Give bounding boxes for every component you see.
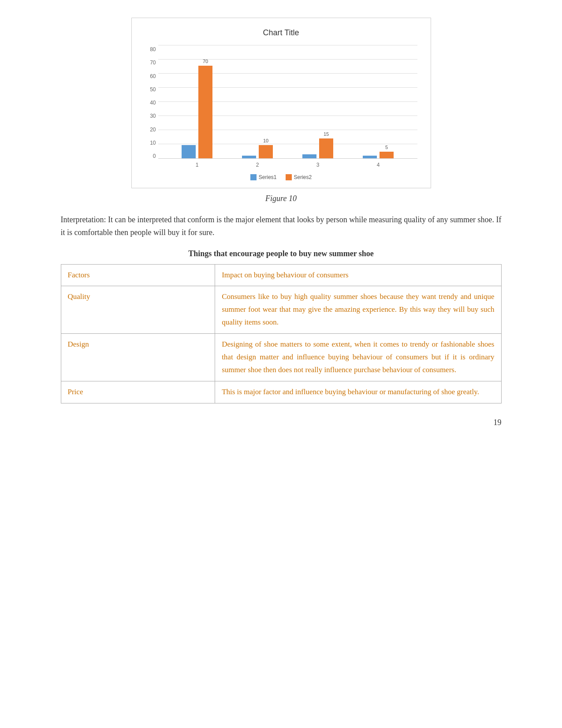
bars-row: 70 10 [158,45,417,158]
figure-caption: Figure 10 [61,193,502,205]
legend-series1-label: Series1 [259,173,277,181]
bar-group-1: 70 [182,66,212,158]
bar-1-series1 [182,145,196,158]
data-table: Factors Impact on buying behaviour of co… [61,264,502,403]
chart-x-axis: 1 2 3 4 [158,159,417,169]
chart-grid: 70 10 [158,45,417,159]
impact-design: Designing of shoe matters to some extent… [215,334,501,381]
bar-4-series2: 5 [380,152,394,158]
header-impact: Impact on buying behaviour of consumers [215,264,501,286]
table-row-quality: Quality Consumers like to buy high quali… [61,286,501,334]
legend-series1-box [250,174,257,180]
bar-4-series1 [363,156,377,158]
bar-2-series1 [242,156,256,158]
bar-1-series2: 70 [198,66,212,158]
page-content: Chart Title 0 10 20 30 40 50 60 70 80 [61,18,502,429]
chart-legend: Series1 Series2 [145,173,417,181]
x-label-2: 2 [256,161,259,169]
impact-price: This is major factor and influence buyin… [215,381,501,403]
legend-series2-label: Series2 [294,173,312,181]
legend-series2-box [286,174,292,180]
bar-3-series2: 15 [319,138,333,158]
chart-area: 0 10 20 30 40 50 60 70 80 [145,45,417,169]
chart-plot: 70 10 [158,45,417,169]
bar-1-series2-value: 70 [203,58,208,65]
bar-group-3: 15 [302,138,333,158]
interpretation-text: Interpretation: It can be interpreted th… [61,213,502,239]
impact-quality: Consumers like to buy high quality summe… [215,286,501,334]
bar-3-series1 [302,154,316,158]
table-row-price: Price This is major factor and influence… [61,381,501,403]
table-row-design: Design Designing of shoe matters to some… [61,334,501,381]
factor-design: Design [61,334,215,381]
factor-price: Price [61,381,215,403]
chart-y-axis: 0 10 20 30 40 50 60 70 80 [145,45,158,169]
bar-2-series2: 10 [259,145,273,158]
factor-quality: Quality [61,286,215,334]
x-label-3: 3 [316,161,320,169]
bar-4-series2-value: 5 [385,144,388,151]
x-label-1: 1 [196,161,199,169]
x-label-4: 4 [377,161,380,169]
page-number: 19 [61,417,502,429]
bar-group-2: 10 [242,145,273,158]
bar-3-series2-value: 15 [324,131,329,138]
table-header-row: Factors Impact on buying behaviour of co… [61,264,501,286]
bar-group-4: 5 [363,152,394,158]
legend-series2: Series2 [286,173,312,181]
bar-2-series2-value: 10 [263,137,268,145]
chart-title: Chart Title [145,27,417,39]
chart-container: Chart Title 0 10 20 30 40 50 60 70 80 [131,18,431,188]
header-factor: Factors [61,264,215,286]
table-title: Things that encourage people to buy new … [61,248,502,260]
legend-series1: Series1 [250,173,277,181]
